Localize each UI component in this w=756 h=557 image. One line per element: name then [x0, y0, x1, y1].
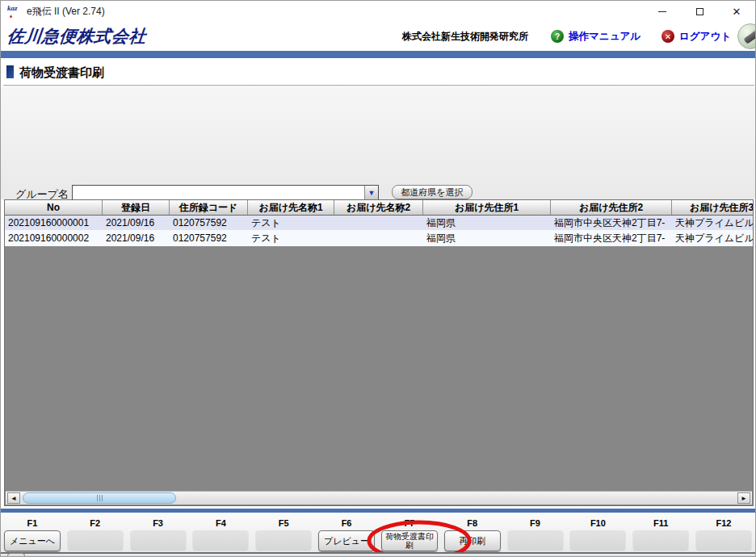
table-header-row: No 登録日 住所録コード お届け先名称1 お届け先名称2 お届け先住所1 お届…: [5, 200, 754, 216]
cell-date: 2021/09/16: [103, 231, 170, 245]
column-header[interactable]: お届け先住所3: [672, 200, 754, 215]
fkey-label: F2: [90, 518, 100, 528]
cell-name1: テスト: [248, 231, 334, 245]
cell-date: 2021/09/16: [103, 216, 170, 230]
column-header[interactable]: お届け先名称2: [334, 200, 423, 215]
cell-code: 0120757592: [170, 231, 248, 245]
cell-no: 202109160000002: [5, 231, 103, 245]
column-header[interactable]: 登録日: [103, 200, 170, 215]
prefecture-button[interactable]: 都道府県を選択: [392, 185, 472, 199]
table-row[interactable]: 202109160000002 2021/09/16 0120757592 テス…: [5, 231, 754, 246]
fkey-label: F8: [467, 518, 477, 528]
company-name: 株式会社新生技術開発研究所: [402, 30, 528, 44]
sagawa-logo: 佐川急便株式会社: [6, 25, 148, 48]
fkey-label: F11: [653, 518, 668, 528]
window-title: e飛伝 II (Ver 2.74): [27, 5, 105, 19]
stamp-icon: [737, 23, 756, 49]
app-header: 佐川急便株式会社 株式会社新生技術開発研究所 ? 操作マニュアル ✕ ログアウト: [1, 22, 755, 51]
fkey-label: F3: [153, 518, 163, 528]
fkey-label: F12: [716, 518, 732, 528]
filter-form: グループ名 ▼ 都道府県を選択 名称 住所 住所録コード ~ 絞込み クリア: [1, 87, 755, 199]
manual-link[interactable]: 操作マニュアル: [569, 30, 640, 44]
f2-button: [67, 530, 124, 551]
table-row[interactable]: 202109160000001 2021/09/16 0120757592 テス…: [5, 216, 754, 231]
fkey-cell-f2: F2: [64, 513, 127, 552]
cell-addr3: 天神プライムビル: [672, 216, 754, 230]
cell-addr1: 福岡県: [423, 216, 551, 230]
scrollbar-thumb[interactable]: [23, 492, 176, 504]
logout-icon: ✕: [662, 30, 674, 43]
fkey-cell-f12: F12: [692, 513, 755, 552]
results-table: No 登録日 住所録コード お届け先名称1 お届け先名称2 お届け先住所1 お届…: [4, 199, 754, 506]
horizontal-scrollbar[interactable]: ◄ ►: [6, 491, 752, 505]
cell-addr2: 福岡市中央区天神2丁目7-: [551, 231, 672, 245]
function-key-bar: F1 メニューへ F2 F3 F4 F5 F6 プレビュー F7 荷物受渡書印刷…: [1, 513, 755, 552]
column-header[interactable]: お届け先住所2: [551, 200, 672, 215]
fkey-cell-f11: F11: [629, 513, 692, 552]
f11-button: [632, 530, 689, 551]
fkey-cell-f7: F7 荷物受渡書印刷: [378, 513, 441, 552]
background-window-edge: [1, 552, 755, 557]
cell-addr3: 天神プライムビル: [672, 231, 754, 245]
menu-button[interactable]: メニューへ: [4, 530, 61, 551]
fkey-label: F6: [342, 518, 352, 528]
f9-button: [507, 530, 564, 551]
app-icon: kaz: [7, 6, 20, 17]
scroll-right-icon[interactable]: ►: [737, 492, 750, 504]
logout-link[interactable]: ログアウト: [679, 30, 731, 44]
cell-name2: [334, 231, 423, 245]
cell-addr1: 福岡県: [423, 231, 551, 245]
fkey-cell-f8: F8 再印刷: [441, 513, 504, 552]
f5-button: [255, 530, 312, 551]
group-select[interactable]: ▼: [72, 185, 379, 200]
fkey-label: F1: [27, 518, 37, 528]
title-bar: kaz e飛伝 II (Ver 2.74) ✕: [1, 1, 755, 22]
column-header[interactable]: お届け先住所1: [423, 200, 551, 215]
section-title-row: 荷物受渡書印刷: [1, 58, 755, 85]
fkey-label: F4: [216, 518, 226, 528]
f4-button: [192, 530, 249, 551]
minimize-button[interactable]: [644, 1, 681, 22]
fkey-label: F9: [530, 518, 540, 528]
print-delivery-note-button[interactable]: 荷物受渡書印刷: [381, 530, 438, 551]
chevron-down-icon[interactable]: ▼: [364, 186, 378, 199]
fkey-label: F7: [404, 518, 414, 528]
fkey-cell-f1: F1 メニューへ: [1, 513, 64, 552]
column-header[interactable]: 住所録コード: [170, 200, 248, 215]
cell-code: 0120757592: [170, 216, 248, 230]
background-window-tab: [7, 553, 25, 557]
reprint-button[interactable]: 再印刷: [444, 530, 501, 551]
fkey-label: F10: [590, 518, 606, 528]
cell-name2: [334, 216, 423, 230]
close-button[interactable]: ✕: [718, 1, 755, 22]
fkey-cell-f4: F4: [189, 513, 252, 552]
maximize-button[interactable]: [681, 1, 718, 22]
fkey-cell-f3: F3: [127, 513, 190, 552]
page-title: 荷物受渡書印刷: [19, 65, 104, 81]
fkey-cell-f6: F6 プレビュー: [315, 513, 378, 552]
column-header[interactable]: No: [5, 200, 103, 215]
scroll-left-icon[interactable]: ◄: [7, 492, 20, 504]
f10-button: [569, 530, 626, 551]
help-icon: ?: [551, 30, 564, 43]
cell-addr2: 福岡市中央区天神2丁目7-: [551, 216, 672, 230]
cell-name1: テスト: [248, 216, 334, 230]
fkey-cell-f9: F9: [504, 513, 567, 552]
fkey-cell-f5: F5: [252, 513, 315, 552]
header-divider-bar: [1, 51, 755, 58]
app-window: kaz e飛伝 II (Ver 2.74) ✕ 佐川急便株式会社 株式会社新生技…: [0, 0, 756, 557]
cell-no: 202109160000001: [5, 216, 103, 230]
column-header[interactable]: お届け先名称1: [248, 200, 334, 215]
f12-button: [695, 530, 752, 551]
title-bullet-icon: [6, 65, 14, 78]
preview-button[interactable]: プレビュー: [318, 530, 375, 551]
fkey-label: F5: [279, 518, 289, 528]
f3-button: [130, 530, 187, 551]
fkey-cell-f10: F10: [566, 513, 629, 552]
